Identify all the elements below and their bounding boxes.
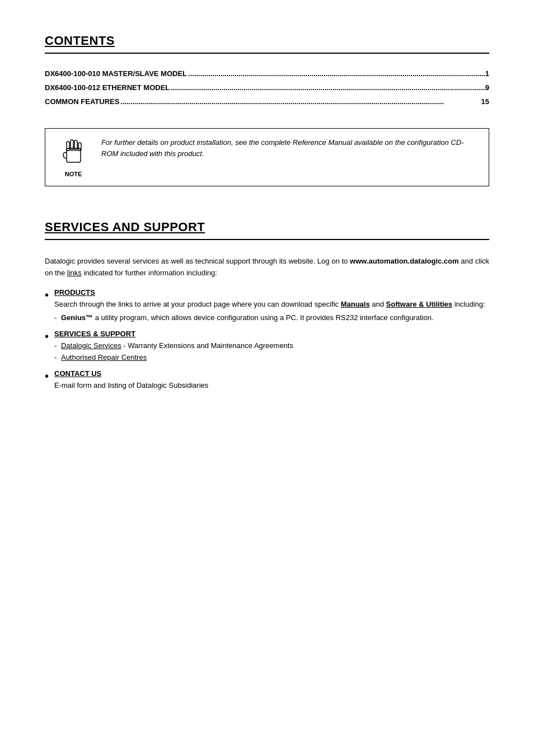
rc-dash: - <box>54 353 59 361</box>
services-bullet-list: • PRODUCTS Search through the links to a… <box>45 288 489 392</box>
bullet-services-support: • SERVICES & SUPPORT - Datalogic Service… <box>45 330 489 364</box>
svg-rect-1 <box>67 142 69 151</box>
contents-title: CONTENTS <box>45 34 489 48</box>
contact-us-header: CONTACT US <box>54 369 489 378</box>
sub-item-repair-centres: - Authorised Repair Centres <box>54 352 489 364</box>
sub-item-genius: - Genius™ a utility program, which allow… <box>54 312 489 324</box>
products-body-part2: and <box>370 300 386 308</box>
services-section: SERVICES AND SUPPORT Datalogic provides … <box>45 220 489 392</box>
products-sub-items: - Genius™ a utility program, which allow… <box>54 312 489 324</box>
toc-entry-2: DX6400-100-012 ETHERNET MODEL ..........… <box>45 83 489 92</box>
genius-rest: a utility program, which allows device c… <box>95 313 434 322</box>
datalogic-services-link[interactable]: Datalogic Services <box>61 341 121 350</box>
services-divider <box>45 239 489 240</box>
intro-part3: indicated for further information includ… <box>82 269 217 277</box>
services-title: SERVICES AND SUPPORT <box>45 220 489 234</box>
services-support-header: SERVICES & SUPPORT <box>54 330 489 338</box>
ds-rest: - Warranty Extensions and Maintenance Ag… <box>121 341 293 350</box>
authorised-repair-link[interactable]: Authorised Repair Centres <box>61 353 147 361</box>
services-intro: Datalogic provides several services as w… <box>45 256 489 279</box>
bullet-contact-content: CONTACT US E-mail form and listing of Da… <box>54 369 489 392</box>
products-body-part3: including: <box>452 300 485 308</box>
toc-dots-2: ........................................… <box>170 83 485 92</box>
hand-svg <box>61 137 86 165</box>
bullet-dot-1: • <box>45 288 49 302</box>
products-body: Search through the links to arrive at yo… <box>54 299 489 311</box>
manuals-link[interactable]: Manuals <box>341 300 370 308</box>
software-link[interactable]: Software & Utilities <box>386 300 452 308</box>
note-hand-icon <box>61 137 86 168</box>
toc-dots-1: ........................................… <box>187 69 485 78</box>
contents-divider <box>45 53 489 54</box>
note-box: NOTE For further details on product inst… <box>45 128 489 186</box>
genius-dash: - <box>54 313 57 322</box>
sub-item-datalogic-services: - Datalogic Services - Warranty Extensio… <box>54 340 489 352</box>
contact-us-body: E-mail form and listing of Datalogic Sub… <box>54 380 489 392</box>
bullet-dot-3: • <box>45 369 49 383</box>
products-body-part1: Search through the links to arrive at yo… <box>54 300 341 308</box>
contents-section: CONTENTS DX6400-100-010 MASTER/SLAVE MOD… <box>45 34 489 106</box>
bullet-services-content: SERVICES & SUPPORT - Datalogic Services … <box>54 330 489 364</box>
note-text: For further details on product installat… <box>101 137 477 159</box>
intro-website: www.automation.datalogic.com <box>350 257 459 265</box>
genius-bold: Genius™ <box>61 313 93 322</box>
products-header: PRODUCTS <box>54 288 489 297</box>
toc-page-1: 1 <box>485 69 489 78</box>
toc-label-3: COMMON FEATURES <box>45 97 119 106</box>
services-sub-items: - Datalogic Services - Warranty Extensio… <box>54 340 489 364</box>
bullet-products-content: PRODUCTS Search through the links to arr… <box>54 288 489 325</box>
toc-page-3: 15 <box>481 97 489 106</box>
toc-page-2: 9 <box>485 83 489 92</box>
toc-label-1: DX6400-100-010 MASTER/SLAVE MODEL <box>45 69 187 78</box>
bullet-products: • PRODUCTS Search through the links to a… <box>45 288 489 325</box>
toc-entry-3: COMMON FEATURES ........................… <box>45 97 489 106</box>
toc-dots-3: ........................................… <box>119 97 481 106</box>
note-label: NOTE <box>65 171 82 177</box>
svg-rect-4 <box>78 143 81 151</box>
ds-dash: - <box>54 341 59 350</box>
intro-links-word: links <box>67 269 82 277</box>
toc-label-2: DX6400-100-012 ETHERNET MODEL <box>45 83 170 92</box>
bullet-contact-us: • CONTACT US E-mail form and listing of … <box>45 369 489 392</box>
note-icon-area: NOTE <box>57 137 90 177</box>
bullet-dot-2: • <box>45 330 49 343</box>
intro-part1: Datalogic provides several services as w… <box>45 257 350 265</box>
page: CONTENTS DX6400-100-010 MASTER/SLAVE MOD… <box>0 0 534 756</box>
toc-entry-1: DX6400-100-010 MASTER/SLAVE MODEL ......… <box>45 69 489 78</box>
